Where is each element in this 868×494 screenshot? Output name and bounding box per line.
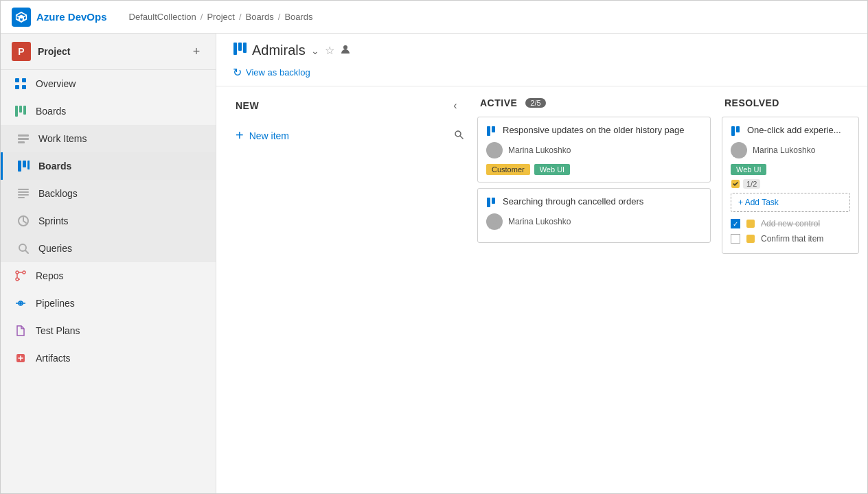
svg-point-23 (19, 302, 22, 305)
svg-rect-14 (18, 191, 29, 193)
artifacts-icon (14, 351, 27, 365)
column-title-active: ACTIVE (480, 97, 517, 108)
svg-rect-15 (18, 194, 29, 196)
task-item-2[interactable]: Confirm that item (731, 231, 850, 246)
svg-rect-38 (736, 126, 740, 132)
svg-rect-16 (18, 197, 25, 198)
svg-rect-8 (18, 138, 29, 140)
svg-point-36 (492, 217, 497, 222)
card-resolved-title: One-click add experie... (747, 124, 841, 137)
sidebar-item-overview[interactable]: Overview (1, 70, 216, 97)
task-item-1[interactable]: ✓ Add new control (731, 216, 850, 231)
breadcrumb-item-4[interactable]: Boards (284, 12, 312, 22)
sidebar-item-queries[interactable]: Queries (1, 235, 216, 262)
svg-rect-26 (238, 43, 242, 51)
sidebar-item-work-items[interactable]: Work Items (1, 125, 216, 152)
sidebar-item-test-plans[interactable]: Test Plans (1, 317, 216, 344)
add-task-area[interactable]: + Add Task (731, 193, 850, 212)
card-user-2: Marina Lukoshko (508, 217, 571, 226)
breadcrumb-item-1[interactable]: DefaultCollection (129, 12, 196, 22)
card-title-1: Responsive updates on the older history … (503, 124, 685, 137)
card-searching-cancelled[interactable]: Searching through cancelled orders Marin… (477, 188, 711, 243)
sidebar-item-label-repos: Repos (36, 270, 63, 281)
column-resolved: RESOLVED One-click add experie... (722, 97, 859, 493)
sidebar-submenu-boards: Work Items Boards (1, 125, 216, 262)
card-responsive-updates[interactable]: Responsive updates on the older history … (477, 117, 711, 183)
card-tag-customer: Customer (486, 164, 530, 175)
repos-icon (14, 269, 27, 283)
logo[interactable]: Azure DevOps (12, 8, 107, 27)
sidebar-item-repos[interactable]: Repos (1, 262, 216, 290)
card-resolved-tags: Web UI (731, 164, 850, 175)
sprints-icon (16, 214, 30, 228)
svg-rect-12 (27, 161, 30, 169)
column-title-new: NEW (236, 100, 259, 111)
project-avatar: P (12, 42, 31, 61)
sidebar-item-boards-parent[interactable]: Boards (1, 97, 216, 125)
board-chevron-icon[interactable]: ⌄ (311, 45, 319, 56)
svg-rect-1 (22, 78, 26, 82)
board-person-icon[interactable] (340, 44, 351, 58)
breadcrumb-item-2[interactable]: Project (207, 12, 234, 22)
svg-rect-3 (22, 85, 26, 89)
sidebar-item-label-work-items: Work Items (38, 133, 87, 144)
svg-rect-11 (23, 161, 26, 167)
add-project-button[interactable]: + (188, 43, 205, 60)
board-grid-icon (233, 42, 247, 59)
project-name: Project (38, 46, 70, 57)
card-title-row-1: Responsive updates on the older history … (486, 124, 702, 137)
card-title-2: Searching through cancelled orders (503, 196, 643, 208)
svg-rect-13 (18, 189, 29, 190)
svg-rect-41 (746, 220, 755, 228)
task-checkbox-2[interactable] (731, 234, 740, 244)
board-star-icon[interactable]: ☆ (325, 44, 334, 57)
sidebar-item-label-boards-parent: Boards (36, 106, 66, 117)
sidebar-item-label-test-plans: Test Plans (36, 325, 80, 336)
board-title-row: Admirals ⌄ ☆ (233, 42, 851, 59)
card-one-click[interactable]: One-click add experie... Marina Lukoshko… (722, 117, 859, 254)
new-item-row: + New item (233, 122, 466, 149)
sidebar-item-pipelines[interactable]: Pipelines (1, 290, 216, 317)
column-collapse-new[interactable]: ‹ (447, 97, 464, 114)
svg-line-19 (25, 250, 28, 253)
add-task-button[interactable]: + Add Task (738, 198, 843, 207)
breadcrumb: DefaultCollection / Project / Boards / B… (129, 12, 313, 22)
sidebar-item-label-backlogs: Backlogs (38, 188, 78, 199)
view-backlog-label: View as backlog (246, 67, 310, 78)
column-active: ACTIVE 2/5 Responsive updates on the old… (477, 97, 711, 493)
app-name-azure: Azure (36, 11, 68, 23)
task-label-2: Confirm that item (761, 234, 823, 244)
breadcrumb-sep-3: / (278, 12, 281, 22)
task-checkbox-1[interactable]: ✓ (731, 219, 740, 228)
card-avatar-row-1: Marina Lukoshko (486, 142, 702, 158)
sidebar-item-boards[interactable]: Boards (1, 152, 216, 180)
sidebar-item-label-pipelines: Pipelines (36, 298, 75, 309)
board-actions-row: ↻ View as backlog (233, 64, 851, 80)
sidebar-item-sprints[interactable]: Sprints (1, 207, 216, 235)
column-header-active: ACTIVE 2/5 (477, 97, 711, 108)
new-item-plus-button[interactable]: + (236, 128, 244, 143)
svg-rect-34 (487, 198, 490, 207)
card-resolved-avatar-row: Marina Lukoshko (731, 142, 850, 158)
board-name: Admirals (252, 43, 306, 58)
svg-point-39 (736, 145, 742, 151)
logo-icon (12, 8, 31, 27)
app-name-devops: DevOps (68, 11, 107, 23)
breadcrumb-sep-1: / (201, 12, 203, 22)
new-item-label[interactable]: New item (249, 130, 448, 141)
task-count: 1/2 (731, 179, 850, 189)
column-header-new: NEW ‹ (233, 97, 466, 114)
backlogs-icon (16, 187, 30, 200)
column-header-resolved: RESOLVED (722, 97, 859, 108)
svg-point-20 (16, 271, 19, 274)
svg-point-33 (492, 145, 497, 151)
new-item-search-icon[interactable] (454, 130, 464, 141)
card-resolved-title-row: One-click add experie... (731, 124, 850, 137)
breadcrumb-item-3[interactable]: Boards (246, 12, 274, 22)
view-as-backlog-button[interactable]: ↻ View as backlog (233, 64, 310, 80)
sidebar-item-backlogs[interactable]: Backlogs (1, 180, 216, 207)
sidebar-item-artifacts[interactable]: Artifacts (1, 344, 216, 372)
svg-point-28 (343, 45, 347, 49)
boards-icon (16, 159, 30, 173)
add-task-label: + Add Task (738, 198, 779, 207)
